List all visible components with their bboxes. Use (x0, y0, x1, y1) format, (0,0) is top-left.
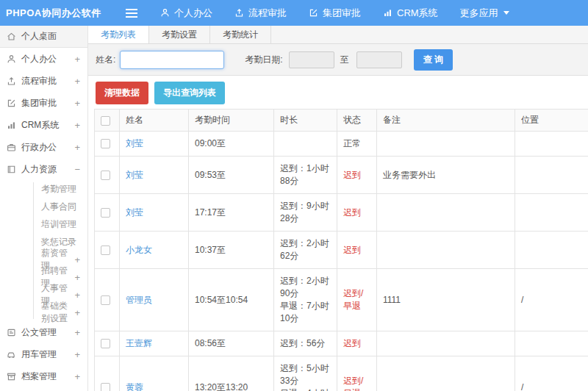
checkbox-cell (95, 157, 120, 194)
nav-label: 更多应用 (460, 7, 498, 20)
tab-attendance-list[interactable]: 考勤列表 (88, 26, 149, 43)
edit-icon (7, 98, 16, 108)
chart-icon (7, 121, 16, 130)
select-all-checkbox[interactable] (101, 116, 110, 126)
employee-name-link[interactable]: 王壹辉 (126, 338, 152, 348)
location-cell (515, 132, 588, 157)
sidebar-item-label: 公文管理 (21, 326, 57, 339)
user-icon (7, 54, 16, 64)
sidebar-submenu: 考勤管理人事合同培训管理奖惩记录薪资管理+招聘管理+人事管理+基础类别设置+ (0, 180, 87, 321)
sidebar-item-human-resources[interactable]: 人力资源− (0, 158, 87, 180)
row-checkbox[interactable] (101, 171, 110, 180)
row-checkbox[interactable] (101, 295, 110, 305)
date-end-input[interactable] (356, 51, 402, 68)
duration-cell: 迟到：2小时62分 (274, 232, 337, 269)
expand-toggle-icon: + (74, 143, 80, 152)
row-checkbox[interactable] (101, 208, 110, 218)
nav-personal-office[interactable]: 个人办公 (160, 7, 212, 20)
location-cell (515, 331, 588, 356)
user-icon (160, 8, 170, 18)
sidebar-subitem-attendance-management[interactable]: 考勤管理 (0, 180, 87, 198)
row-checkbox[interactable] (101, 139, 110, 148)
col-note: 备注 (377, 110, 515, 132)
employee-name-cell: 黄蓉 (120, 356, 189, 391)
sidebar: 个人桌面个人办公+流程审批+集团审批+CRM系统+行政办公+人力资源−考勤管理人… (0, 26, 88, 391)
tab-attendance-stats[interactable]: 考勤统计 (210, 26, 271, 43)
checkbox-cell (95, 132, 120, 157)
briefcase-icon (7, 143, 16, 152)
sidebar-item-project-management[interactable]: 项目管理+ (0, 387, 87, 391)
sidebar-subitem-training-management[interactable]: 培训管理 (0, 215, 87, 233)
employee-name-link[interactable]: 小龙女 (126, 245, 152, 255)
note-cell: 业务需要外出 (377, 157, 515, 194)
employee-name-link[interactable]: 刘莹 (126, 207, 143, 218)
sidebar-subitem-personnel-contract[interactable]: 人事合同 (0, 198, 87, 215)
select-all-cell (95, 110, 120, 132)
note-cell (377, 356, 515, 391)
book-icon (7, 165, 16, 174)
col-duration: 时长 (274, 110, 337, 132)
expand-toggle-icon: + (74, 290, 80, 300)
nav-label: 集团审批 (323, 7, 361, 20)
nav-label: CRM系统 (397, 7, 438, 20)
row-checkbox[interactable] (101, 383, 110, 391)
sidebar-subitem-label: 考勤管理 (41, 183, 76, 196)
status-cell: 迟到 (337, 157, 377, 194)
employee-name-cell: 刘莹 (120, 132, 189, 157)
sidebar-item-personal-office[interactable]: 个人办公+ (0, 48, 87, 70)
nav-more-apps[interactable]: 更多应用 (460, 7, 509, 20)
location-cell (515, 232, 588, 269)
sidebar-subitem-label: 基础类别设置 (41, 300, 74, 325)
name-input[interactable] (120, 51, 224, 69)
row-checkbox[interactable] (101, 245, 110, 255)
status-cell: 正常 (337, 132, 377, 157)
expand-toggle-icon: + (74, 121, 80, 130)
expand-toggle-icon: + (74, 54, 80, 64)
note-cell (377, 194, 515, 232)
sidebar-item-workflow-approval[interactable]: 流程审批+ (0, 70, 87, 92)
sidebar-item-admin-office[interactable]: 行政办公+ (0, 136, 87, 158)
action-bar: 清理数据 导出查询列表 (88, 76, 588, 109)
sidebar-item-archive-management[interactable]: 档案管理+ (0, 365, 87, 387)
attendance-time-cell: 10:37至 (189, 232, 274, 269)
checkbox-cell (95, 194, 120, 232)
location-cell: / (515, 269, 588, 331)
sidebar-item-group-approval[interactable]: 集团审批+ (0, 92, 87, 114)
menu-toggle-icon[interactable] (125, 8, 138, 18)
employee-name-link[interactable]: 黄蓉 (126, 382, 143, 391)
nav-crm-system[interactable]: CRM系统 (383, 7, 438, 20)
attendance-time-cell: 10:54至10:54 (189, 269, 274, 331)
app-logo: PHPOA协同办公软件 (0, 7, 110, 20)
nav-group-approval[interactable]: 集团审批 (309, 7, 361, 20)
note-cell (377, 232, 515, 269)
clear-data-button[interactable]: 清理数据 (96, 82, 148, 104)
name-label: 姓名: (96, 54, 115, 66)
date-start-input[interactable] (289, 51, 334, 68)
date-range-separator: 至 (340, 54, 349, 66)
employee-name-link[interactable]: 刘莹 (126, 170, 143, 180)
row-checkbox[interactable] (101, 339, 110, 348)
filter-bar: 姓名: 考勤日期: 至 查 询 (88, 44, 588, 76)
sidebar-item-personal-desktop[interactable]: 个人桌面 (0, 26, 87, 48)
nav-label: 个人办公 (174, 7, 212, 20)
location-cell (515, 194, 588, 232)
col-location: 位置 (515, 110, 588, 132)
table-row: 王壹辉08:56至迟到：56分迟到 (95, 331, 588, 356)
sidebar-item-label: 集团审批 (21, 97, 57, 110)
sidebar-item-crm-system[interactable]: CRM系统+ (0, 114, 87, 136)
sidebar-item-vehicle-management[interactable]: 用车管理+ (0, 343, 87, 365)
note-cell: 1111 (377, 269, 515, 331)
search-button[interactable]: 查 询 (414, 49, 453, 71)
employee-name-link[interactable]: 管理员 (126, 295, 152, 305)
tab-attendance-settings[interactable]: 考勤设置 (149, 26, 210, 43)
expand-toggle-icon: + (74, 255, 80, 265)
export-list-button[interactable]: 导出查询列表 (154, 82, 225, 104)
sidebar-item-label: 行政办公 (21, 141, 57, 154)
employee-name-cell: 刘莹 (120, 157, 189, 194)
nav-workflow-approval[interactable]: 流程审批 (234, 7, 287, 20)
employee-name-link[interactable]: 刘莹 (126, 138, 143, 148)
expand-toggle-icon: + (74, 98, 80, 108)
col-status: 状态 (337, 110, 377, 132)
checkbox-cell (95, 356, 120, 391)
sidebar-subitem-base-category-settings[interactable]: 基础类别设置+ (0, 304, 87, 321)
